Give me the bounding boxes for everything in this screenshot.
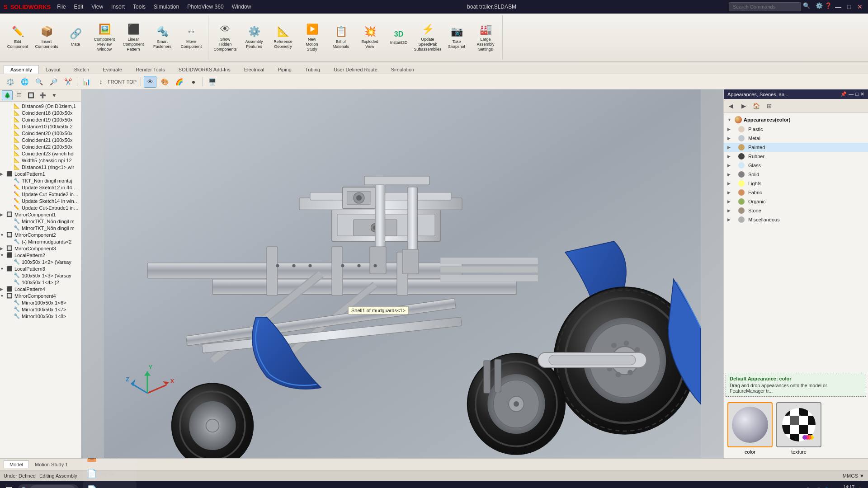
rp-home-button[interactable]: 🏠 (750, 100, 762, 111)
tree-item[interactable]: 🔧 100x50x 1<3> (Varsay (0, 272, 81, 279)
reference-geometry-button[interactable]: 📐 ReferenceGeometry (269, 19, 297, 56)
insert-components-button[interactable]: 📦 InsertComponents (33, 19, 61, 56)
tree-item[interactable]: ✏️ Update Sketch12 in 449771 (0, 184, 81, 191)
help-icon[interactable]: ❓ (825, 2, 832, 11)
add-item-button[interactable]: ➕ (37, 90, 48, 100)
move-component-button[interactable]: ↔️ MoveComponent (177, 19, 205, 56)
tab-simulation[interactable]: Simulation (384, 65, 421, 74)
list-view-button[interactable]: ☰ (14, 90, 24, 100)
texture-preview-card[interactable]: texture (776, 402, 821, 455)
tree-item[interactable]: 📐 Coincident19 (100x50x (0, 116, 81, 123)
vt-monitor-button[interactable]: 🖥️ (206, 76, 218, 88)
tree-item[interactable]: 🔧 Mirror100x50x 1<7> (0, 306, 81, 313)
tab-render-tools[interactable]: Render Tools (129, 65, 172, 74)
vt-scale-button[interactable]: ⚖️ (4, 76, 16, 88)
tree-item[interactable]: 📐 Coincident18 (100x50x (0, 109, 81, 116)
tab-sketch[interactable]: Sketch (67, 65, 96, 74)
tree-item[interactable]: ▶ ⬛ LocalPattern4 (0, 286, 81, 292)
vt-cube-top-button[interactable]: TOP (125, 76, 138, 88)
tab-layout[interactable]: Layout (39, 65, 67, 74)
tab-electrical[interactable]: Electrical (237, 65, 271, 74)
component-preview-button[interactable]: 🖼️ ComponentPreviewWindow (90, 19, 118, 56)
appearance-category-stone[interactable]: ▶ Stone (724, 206, 868, 215)
tree-item[interactable]: 🔧 100x50x 1<2> (Varsay (0, 258, 81, 265)
appearance-category-fabric[interactable]: ▶ Fabric (724, 188, 868, 197)
settings-icon[interactable]: ⚙️ (816, 2, 823, 11)
tree-item[interactable]: 🔧 TKT_Nön dingil montaj (0, 177, 81, 184)
mate-button[interactable]: 🔗 Mate (61, 19, 90, 56)
3d-viewport[interactable]: X Y Z Shell1 of mudguards<1> (81, 89, 723, 458)
show-hidden-button[interactable]: 👁 ShowHiddenComponents (211, 19, 239, 56)
appearance-category-painted[interactable]: ▶ Painted (724, 143, 868, 152)
tree-item[interactable]: ✏️ Update Cut-Extrude2 in 449 (0, 191, 81, 197)
appearance-category-lights[interactable]: ▶ Lights (724, 179, 868, 188)
tree-item[interactable]: ▶ 🔲 MirrorComponent3 (0, 245, 81, 252)
tree-item[interactable]: 📐 Coincident20 (100x50x (0, 130, 81, 136)
menu-item-view[interactable]: View (88, 3, 107, 11)
rp-close-icon[interactable]: ✕ (860, 91, 864, 97)
appearance-category-plastic[interactable]: ▶ Plastic (724, 125, 868, 134)
appearance-category-rubber[interactable]: ▶ Rubber (724, 152, 868, 161)
tree-item[interactable]: ▼ 🔲 MirrorComponent4 (0, 292, 81, 299)
instant3d-button[interactable]: 3D Instant3D (385, 19, 413, 56)
tree-view-button[interactable]: 🌲 (2, 90, 13, 100)
edit-component-button[interactable]: ✏️ EditComponent (4, 19, 32, 56)
menu-item-tools[interactable]: Tools (129, 3, 149, 11)
bottom-tab-motion-study-1[interactable]: Motion Study 1 (29, 460, 74, 469)
tree-item[interactable]: 🔧 MirrorTKT_Nön dingil m (0, 225, 81, 231)
appearance-category-metal[interactable]: ▶ Metal (724, 134, 868, 143)
menu-item-file[interactable]: File (53, 3, 69, 11)
tab-evaluate[interactable]: Evaluate (96, 65, 129, 74)
tree-item[interactable]: 🔧 Mirror100x50x 1<6> (0, 299, 81, 306)
smart-fasteners-button[interactable]: 🔩 SmartFasteners (148, 19, 176, 56)
tree-item[interactable]: ▶ 🔲 MirrorComponent1 (0, 211, 81, 218)
linear-pattern-button[interactable]: ⬛ LinearComponentPattern (119, 19, 147, 56)
tree-item[interactable]: ▼ ⬛ LocalPattern2 (0, 252, 81, 258)
filter-button[interactable]: ▼ (49, 90, 60, 100)
search-icon[interactable]: 🔍 (803, 2, 810, 11)
vt-zoom-button[interactable]: 🔎 (47, 76, 60, 88)
tab-user-defined-route[interactable]: User Defined Route (327, 65, 384, 74)
split-view-button[interactable]: 🔲 (25, 90, 36, 100)
menu-item-edit[interactable]: Edit (71, 3, 87, 11)
tab-solidworks-add-ins[interactable]: SOLIDWORKS Add-Ins (172, 65, 237, 74)
tree-item[interactable]: 🔧 Mirror100x50x 1<8> (0, 313, 81, 319)
menu-item-simulation[interactable]: Simulation (150, 3, 183, 11)
minimize-button[interactable]: — (834, 2, 843, 11)
tree-item[interactable]: ▶ ⬛ LocalPattern1 (0, 170, 81, 177)
rp-minimize-icon[interactable]: — (849, 91, 854, 97)
vt-sphere-button[interactable]: ● (187, 76, 200, 88)
taskbar-search-input[interactable] (30, 485, 75, 488)
rp-forward-button[interactable]: ▶ (738, 100, 750, 111)
vt-search-button[interactable]: 🔍 (33, 76, 45, 88)
tree-item[interactable]: 📐 Width5 (chassic npi 12 (0, 157, 81, 164)
appearance-category-solid[interactable]: ▶ Solid (724, 170, 868, 179)
units-selector[interactable]: MMGS ▼ (843, 473, 864, 479)
vt-chart-button[interactable]: 📊 (80, 76, 93, 88)
tree-item[interactable]: 📐 Distance11 (ring<1>,wir (0, 164, 81, 170)
new-motion-study-button[interactable]: ▶️ NewMotionStudy (298, 19, 326, 56)
tree-item[interactable]: ✏️ Update Cut-Extrude1 in win (0, 204, 81, 211)
bill-of-materials-button[interactable]: 📋 Bill ofMaterials (327, 19, 355, 56)
tree-item[interactable]: 📐 Distance10 (100x50x 2 (0, 123, 81, 130)
color-preview-card[interactable]: color (727, 402, 773, 455)
update-speedpak-button[interactable]: ⚡ UpdateSpeedPakSubassemblies (414, 19, 442, 56)
rp-split-button[interactable]: ⊞ (763, 100, 775, 111)
appearance-category-glass[interactable]: ▶ Glass (724, 161, 868, 170)
appearance-category-organic[interactable]: ▶ Organic (724, 197, 868, 206)
start-button[interactable]: ⊞ (2, 483, 17, 488)
tab-piping[interactable]: Piping (271, 65, 298, 74)
menu-item-photoview 360[interactable]: PhotoView 360 (184, 3, 227, 11)
menu-item-insert[interactable]: Insert (108, 3, 128, 11)
vt-rainbow-button[interactable]: 🌈 (173, 76, 185, 88)
restore-button[interactable]: □ (844, 2, 854, 11)
tree-item[interactable]: ▼ ⬛ LocalPattern3 (0, 265, 81, 272)
rp-pin-icon[interactable]: 📌 (840, 91, 847, 97)
vt-color-button[interactable]: 🎨 (158, 76, 171, 88)
vt-eye-button[interactable]: 👁 (144, 76, 156, 88)
close-button[interactable]: ✕ (855, 2, 864, 11)
tab-tubing[interactable]: Tubing (298, 65, 327, 74)
taskbar-app-file154135835[interactable]: 📄 154315835-1-4... (83, 482, 137, 488)
rp-restore-icon[interactable]: □ (855, 91, 859, 97)
rp-back-button[interactable]: ◀ (725, 100, 737, 111)
